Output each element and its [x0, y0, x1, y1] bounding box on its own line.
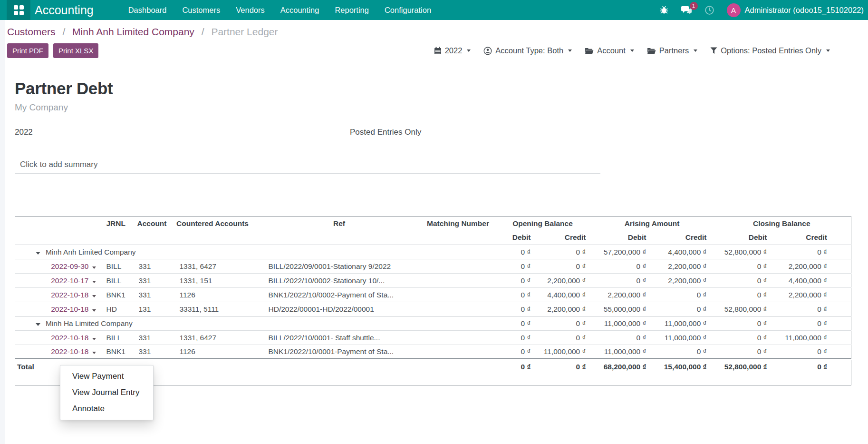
amount-cell: 52,800,000 ₫: [713, 302, 773, 316]
folder-open-icon: [647, 47, 656, 54]
print-pdf-button[interactable]: Print PDF: [7, 43, 48, 58]
navbar-menu-dashboard[interactable]: Dashboard: [128, 6, 167, 15]
line-journal: BILL: [101, 259, 135, 274]
navbar-menu-configuration[interactable]: Configuration: [385, 6, 431, 15]
line-matching-number: [423, 274, 494, 288]
context-menu-item-annotate[interactable]: Annotate: [60, 401, 153, 417]
actions-row: Print PDF Print XLSX 2022 Account Ty: [7, 43, 868, 58]
header-arising-debit: Debit: [592, 231, 652, 245]
header-countered: Countered Accounts: [169, 217, 256, 231]
header-opening-credit: Credit: [537, 231, 592, 245]
line-journal: BNK1: [101, 288, 135, 302]
table-header-row-1: JRNL Account Countered Accounts Ref Matc…: [15, 217, 851, 231]
header-closing-debit: Debit: [713, 231, 773, 245]
navbar-menu: DashboardCustomersVendorsAccountingRepor…: [128, 6, 431, 15]
partner-group-cell: Minh Anh Limited Company: [15, 245, 494, 259]
line-journal: BNK1: [101, 345, 135, 359]
amount-cell: 0 ₫: [652, 302, 713, 316]
line-matching-number: [423, 302, 494, 316]
partners-filter-label: Partners: [659, 46, 689, 55]
line-journal: BILL: [101, 274, 135, 288]
header-closing-balance: Closing Balance: [713, 217, 851, 231]
debug-bug-icon[interactable]: [659, 5, 669, 15]
company-name: My Company: [15, 102, 868, 113]
line-account: 331: [135, 331, 169, 345]
amount-cell: 0 ₫: [494, 345, 537, 359]
amount-cell: 2,200,000 ₫: [652, 259, 713, 274]
navbar-menu-vendors[interactable]: Vendors: [236, 6, 265, 15]
line-account: 331: [135, 274, 169, 288]
summary-placeholder[interactable]: Click to add summary: [15, 160, 600, 174]
line-date-dropdown[interactable]: 2022-10-17: [15, 274, 101, 288]
header-arising-credit: Credit: [652, 231, 713, 245]
breadcrumb-separator: /: [62, 26, 65, 37]
breadcrumb-customers[interactable]: Customers: [7, 26, 56, 37]
line-countered-accounts: 1331, 6427: [169, 259, 256, 274]
amount-cell: 11,000,000 ₫: [592, 316, 652, 331]
amount-cell: 0 ₫: [652, 345, 713, 359]
header-opening-balance: Opening Balance: [494, 217, 592, 231]
account-filter[interactable]: Account: [585, 46, 634, 55]
context-menu-item-view-payment[interactable]: View Payment: [60, 368, 153, 385]
report-title: Partner Debt: [15, 79, 868, 98]
messages-button[interactable]: 1: [681, 5, 692, 15]
apps-menu-button[interactable]: [7, 0, 30, 20]
line-ref: BNK1/2022/10/0001-Payment of Sta...: [256, 345, 423, 359]
amount-cell: 0 ₫: [713, 259, 773, 274]
filter-bar: 2022 Account Type: Both Account: [434, 46, 830, 55]
navbar-menu-accounting[interactable]: Accounting: [280, 6, 319, 15]
line-ref: HD/2022/00001-HD/2022/00001: [256, 302, 423, 316]
navbar-menu-customers[interactable]: Customers: [182, 6, 220, 15]
line-countered-accounts: 33311, 5111: [169, 302, 256, 316]
user-menu[interactable]: A Administrator (odoo15_15102022): [727, 3, 864, 17]
amount-cell: 0 ₫: [494, 274, 537, 288]
partner-group-cell: Minh Ha Limited Company: [15, 316, 494, 331]
line-ref: BILL/2022/10/0002-Stationary 10/...: [256, 274, 423, 288]
table-header-row-2: Debit Credit Debit Credit Debit Credit: [15, 231, 851, 245]
line-account: 331: [135, 345, 169, 359]
chevron-down-icon: [694, 49, 697, 52]
calendar-icon: [434, 47, 442, 55]
amount-cell: 11,000,000 ₫: [537, 345, 592, 359]
breadcrumb-partner[interactable]: Minh Anh Limited Company: [72, 26, 194, 37]
app-title[interactable]: Accounting: [35, 3, 94, 17]
navbar-menu-reporting[interactable]: Reporting: [335, 6, 369, 15]
amount-cell: 0 ₫: [713, 288, 773, 302]
target-moves: Posted Entries Only: [350, 128, 421, 137]
line-date: 2022-10-18: [51, 305, 88, 313]
line-date-dropdown[interactable]: 2022-10-18: [15, 345, 101, 359]
date-filter[interactable]: 2022: [434, 46, 471, 55]
amount-cell: 0 ₫: [592, 259, 652, 274]
line-date-dropdown[interactable]: 2022-10-18: [15, 331, 101, 345]
chevron-down-icon: [568, 49, 572, 52]
collapse-caret-icon[interactable]: [36, 252, 40, 255]
top-navbar: Accounting DashboardCustomersVendorsAcco…: [0, 0, 868, 20]
line-date-dropdown[interactable]: 2022-10-18: [15, 302, 101, 316]
print-xlsx-button[interactable]: Print XLSX: [53, 43, 98, 58]
line-date-dropdown[interactable]: 2022-09-30: [15, 259, 101, 274]
options-filter[interactable]: Options: Posted Entries Only: [710, 46, 830, 55]
line-date: 2022-10-18: [51, 347, 88, 355]
line-matching-number: [423, 288, 494, 302]
account-type-filter[interactable]: Account Type: Both: [483, 46, 572, 55]
activities-clock-icon[interactable]: [704, 5, 714, 15]
amount-cell: 11,000,000 ₫: [773, 331, 851, 345]
amount-cell: 4,400,000 ₫: [652, 245, 713, 259]
amount-cell: 0 ₫: [494, 331, 537, 345]
partners-filter[interactable]: Partners: [647, 46, 697, 55]
line-countered-accounts: 1126: [169, 345, 256, 359]
line-date-dropdown[interactable]: 2022-10-18: [15, 288, 101, 302]
header-ref: Ref: [256, 217, 423, 231]
ledger-line-row: 2022-10-18BNK13311126BNK1/2022/10/0001-P…: [15, 345, 851, 359]
context-menu-item-view-journal-entry[interactable]: View Journal Entry: [60, 385, 153, 401]
amount-cell: 11,000,000 ₫: [652, 331, 713, 345]
amount-cell: 0 ₫: [494, 259, 537, 274]
amount-cell: 0 ₫: [494, 316, 537, 331]
header-closing-credit: Credit: [773, 231, 851, 245]
amount-cell: 52,800,000 ₫: [713, 359, 773, 385]
apps-grid-icon: [14, 5, 24, 15]
ledger-line-row: 2022-10-18BILL3311331, 6427BILL/2022/10/…: [15, 331, 851, 345]
amount-cell: 0 ₫: [537, 245, 592, 259]
collapse-caret-icon[interactable]: [36, 323, 40, 326]
amount-cell: 0 ₫: [494, 359, 537, 385]
